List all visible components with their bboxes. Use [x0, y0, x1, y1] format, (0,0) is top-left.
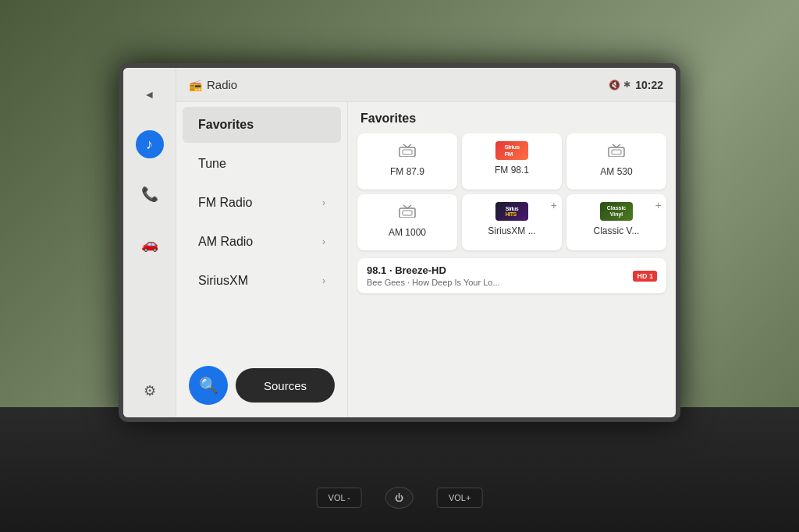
now-playing-station: 98.1 · Breeze-HD — [367, 264, 500, 276]
menu-item-am-radio[interactable]: AM Radio › — [183, 224, 341, 260]
svg-rect-9 — [403, 211, 412, 215]
siriusxm-logo: SiriusHITS — [495, 202, 528, 221]
menu-item-fm-radio[interactable]: FM Radio › — [183, 185, 341, 221]
sidebar-item-settings[interactable]: ⚙ — [136, 377, 164, 405]
fav-label-fm981: FM 98.1 — [495, 165, 529, 176]
header: 📻 Radio 🔇 ✱ 10:22 — [176, 68, 676, 102]
menu-item-favorites[interactable]: Favorites — [183, 107, 341, 143]
svg-rect-5 — [612, 150, 621, 154]
vol-plus-button[interactable]: VOL+ — [437, 488, 482, 508]
vol-minus-label: VOL - — [328, 493, 350, 502]
vol-plus-label: VOL+ — [449, 493, 471, 502]
radio-icon-am530 — [607, 141, 626, 161]
mute-icon: 🔇 — [609, 80, 620, 90]
right-favorites-panel: Favorites — [348, 102, 676, 417]
sidebar-item-music-active[interactable]: ♪ — [136, 130, 164, 158]
sidebar-item-car[interactable]: 🚗 — [136, 230, 164, 258]
favorite-fm-87-9[interactable]: FM 87.9 — [357, 133, 457, 190]
am-radio-label: AM Radio — [198, 235, 253, 249]
bluetooth-icon: ✱ — [623, 80, 630, 90]
sources-button[interactable]: Sources — [236, 368, 335, 403]
add-icon-siriusxm: + — [551, 199, 557, 211]
sources-label: Sources — [264, 379, 307, 392]
favorite-am-530[interactable]: AM 530 — [566, 133, 666, 190]
vol-minus-button[interactable]: VOL - — [317, 488, 362, 508]
tune-label: Tune — [198, 157, 226, 171]
main-content: 📻 Radio 🔇 ✱ 10:22 Favorites — [176, 68, 676, 417]
svg-rect-4 — [609, 147, 624, 157]
siriusxm-label: SiriusXM — [198, 274, 248, 288]
radio-icon-am1000 — [398, 202, 417, 222]
favorites-label: Favorites — [198, 118, 254, 132]
car-icon: 🚗 — [141, 236, 158, 253]
power-icon: ⏻ — [395, 493, 403, 502]
fm-radio-chevron: › — [322, 197, 325, 208]
siriusxm-logo-container: SiriusHITS — [495, 202, 528, 221]
now-playing-track: Bee Gees · How Deep Is Your Lo... — [367, 278, 500, 287]
fav-label-siriusxm: SiriusXM ... — [488, 225, 535, 236]
favorite-siriusxm[interactable]: + SiriusHITS SiriusXM ... — [462, 194, 562, 250]
menu-item-tune[interactable]: Tune — [183, 146, 341, 182]
siriusxm-chevron: › — [322, 275, 325, 286]
svg-rect-1 — [403, 150, 412, 154]
fav-label-classic-vinyl: Classic V... — [594, 225, 640, 236]
music-note-icon: ♪ — [146, 137, 153, 153]
svg-rect-0 — [400, 147, 415, 157]
fm-radio-label: FM Radio — [198, 196, 252, 210]
page-title: Radio — [207, 78, 609, 91]
svg-rect-8 — [400, 208, 415, 218]
fav-label-am1000: AM 1000 — [389, 227, 426, 238]
radio-icon-fm879 — [398, 141, 417, 161]
favorites-grid: FM 87.9 SiriusFM FM 98.1 — [348, 130, 676, 254]
search-button[interactable]: 🔍 — [189, 366, 228, 405]
status-icons: 🔇 ✱ — [609, 80, 630, 90]
now-playing-info: 98.1 · Breeze-HD Bee Gees · How Deep Is … — [367, 264, 500, 287]
radio-header-icon: 📻 — [189, 79, 202, 91]
infotainment-screen: ◄ ♪ 📞 🚗 ⚙ 📻 Radio 🔇 — [119, 63, 680, 422]
fm981-logo: SiriusFM — [495, 141, 528, 160]
favorites-section-header: Favorites — [348, 102, 676, 130]
hardware-controls: VOL - ⏻ VOL+ — [317, 487, 483, 509]
status-bar: 🔇 ✱ 10:22 — [609, 79, 663, 91]
sidebar-item-music: ◄ — [136, 80, 164, 108]
back-arrow-icon[interactable]: ◄ — [144, 88, 155, 101]
add-icon-classic-vinyl: + — [655, 199, 662, 211]
phone-icon: 📞 — [141, 186, 158, 203]
dashboard-area — [0, 407, 799, 532]
left-menu-panel: Favorites Tune FM Radio › AM Radio › Sir — [176, 102, 348, 417]
fav-label-am530: AM 530 — [600, 166, 632, 177]
settings-icon: ⚙ — [144, 382, 156, 399]
classic-vinyl-logo: ClassicVinyl — [600, 202, 633, 221]
search-icon: 🔍 — [199, 376, 218, 395]
fav-label-fm879: FM 87.9 — [390, 166, 424, 177]
power-button[interactable]: ⏻ — [385, 487, 414, 509]
am-radio-chevron: › — [322, 236, 325, 247]
favorite-classic-vinyl[interactable]: + ClassicVinyl Classic V... — [566, 194, 666, 250]
bottom-actions: 🔍 Sources — [176, 356, 347, 414]
favorite-fm-98-1[interactable]: SiriusFM FM 98.1 — [462, 133, 562, 190]
body-layout: Favorites Tune FM Radio › AM Radio › Sir — [176, 102, 676, 417]
menu-item-siriusxm[interactable]: SiriusXM › — [183, 263, 341, 299]
sidebar: ◄ ♪ 📞 🚗 ⚙ — [123, 68, 176, 417]
clock: 10:22 — [635, 79, 663, 91]
sidebar-item-phone[interactable]: 📞 — [136, 180, 164, 208]
favorite-am-1000[interactable]: AM 1000 — [357, 194, 457, 250]
hd-badge: HD 1 — [633, 271, 657, 282]
favorites-title: Favorites — [360, 112, 416, 125]
now-playing-bar[interactable]: 98.1 · Breeze-HD Bee Gees · How Deep Is … — [357, 258, 666, 293]
